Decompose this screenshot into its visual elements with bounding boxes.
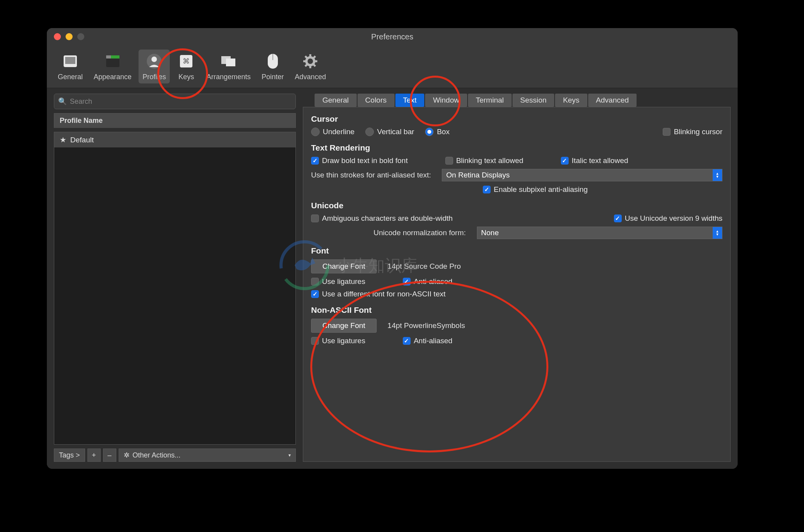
toolbar-label: Appearance: [94, 73, 132, 81]
profiles-sidebar: 🔍 Profile Name ★ Default Tags > + – ✲ Ot…: [54, 94, 296, 462]
tab-advanced[interactable]: Advanced: [588, 94, 637, 107]
profiles-icon: [145, 52, 164, 71]
svg-text:⌘: ⌘: [183, 57, 190, 65]
toolbar-label: Advanced: [295, 73, 326, 81]
unicode-norm-label: Unicode normalization form:: [374, 229, 466, 237]
pointer-icon: [263, 52, 282, 71]
select-arrows-icon: ▲▼: [713, 227, 722, 239]
profile-item-label: Default: [70, 136, 94, 144]
other-actions-dropdown[interactable]: ✲ Other Actions... ▾: [119, 449, 296, 462]
main-panel: General Colors Text Window Terminal Sess…: [303, 94, 731, 462]
keys-icon: ⌘: [177, 52, 196, 71]
toolbar-advanced[interactable]: Advanced: [291, 50, 330, 83]
thin-strokes-select[interactable]: On Retina Displays ▲▼: [442, 169, 722, 181]
cursor-underline-radio[interactable]: Underline: [311, 128, 354, 136]
svg-line-19: [313, 64, 315, 66]
chevron-down-icon: ▾: [288, 452, 291, 458]
non-ascii-anti-aliased-checkbox[interactable]: Anti-aliased: [403, 337, 452, 345]
svg-point-13: [306, 57, 314, 65]
current-non-ascii-font-label: 14pt PowerlineSymbols: [388, 321, 465, 330]
tab-window[interactable]: Window: [425, 94, 467, 107]
profile-item-default[interactable]: ★ Default: [54, 132, 295, 147]
svg-line-21: [305, 64, 307, 66]
different-non-ascii-font-checkbox[interactable]: Use a different font for non-ASCII text: [311, 290, 445, 298]
cursor-box-radio[interactable]: Box: [425, 128, 450, 136]
toolbar-label: Profiles: [142, 73, 166, 81]
profile-list[interactable]: ★ Default: [54, 132, 296, 445]
add-profile-button[interactable]: +: [87, 449, 101, 462]
toolbar-label: Arrangements: [206, 73, 251, 81]
blinking-cursor-checkbox[interactable]: Blinking cursor: [663, 128, 722, 136]
arrangements-icon: [219, 52, 238, 71]
toolbar-keys[interactable]: ⌘ Keys: [173, 50, 199, 83]
tab-general[interactable]: General: [315, 94, 357, 107]
toolbar-appearance[interactable]: Appearance: [90, 50, 135, 83]
tab-terminal[interactable]: Terminal: [468, 94, 512, 107]
unicode-norm-select[interactable]: None ▲▼: [477, 227, 722, 239]
ambiguous-double-width-checkbox[interactable]: Ambiguous characters are double-width: [311, 214, 453, 223]
search-field[interactable]: 🔍: [54, 94, 296, 109]
profile-tabbar: General Colors Text Window Terminal Sess…: [303, 94, 731, 107]
italic-text-checkbox[interactable]: Italic text allowed: [561, 156, 628, 165]
svg-rect-10: [226, 59, 235, 66]
draw-bold-checkbox[interactable]: Draw bold text in bold font: [311, 156, 408, 165]
sidebar-footer: Tags > + – ✲ Other Actions... ▾: [54, 449, 296, 462]
toolbar-profiles[interactable]: Profiles: [139, 50, 170, 83]
toolbar-general[interactable]: General: [54, 50, 87, 83]
cursor-section-title: Cursor: [311, 114, 722, 124]
star-icon: ★: [60, 135, 66, 144]
gear-icon: ✲: [124, 451, 130, 459]
preferences-toolbar: General Appearance Profiles ⌘ Keys Arran…: [47, 45, 738, 88]
preferences-window: Preferences General Appearance Profiles …: [47, 28, 738, 469]
general-icon: [61, 52, 80, 71]
non-ascii-ligatures-checkbox[interactable]: Use ligatures: [311, 337, 365, 345]
window-title: Preferences: [47, 32, 738, 41]
svg-line-20: [313, 56, 315, 58]
cursor-vertical-bar-radio[interactable]: Vertical bar: [365, 128, 414, 136]
toolbar-arrangements[interactable]: Arrangements: [203, 50, 254, 83]
toolbar-label: Pointer: [261, 73, 284, 81]
non-ascii-font-section-title: Non-ASCII Font: [311, 305, 722, 315]
current-font-label: 14pt Source Code Pro: [388, 262, 461, 271]
toolbar-label: Keys: [178, 73, 194, 81]
unicode-section-title: Unicode: [311, 201, 722, 210]
change-font-button[interactable]: Change Font: [311, 259, 377, 273]
svg-rect-1: [65, 57, 75, 64]
titlebar: Preferences: [47, 28, 738, 45]
search-icon: 🔍: [58, 97, 67, 106]
tags-button[interactable]: Tags >: [54, 449, 85, 462]
text-rendering-section-title: Text Rendering: [311, 143, 722, 153]
unicode-v9-checkbox[interactable]: Use Unicode version 9 widths: [614, 214, 722, 223]
appearance-icon: [103, 52, 122, 71]
search-input[interactable]: [70, 98, 292, 106]
profile-list-header: Profile Name: [54, 113, 296, 128]
tab-text[interactable]: Text: [395, 94, 425, 107]
select-arrows-icon: ▲▼: [713, 169, 722, 181]
blinking-text-checkbox[interactable]: Blinking text allowed: [445, 156, 523, 165]
gear-icon: [301, 52, 320, 71]
toolbar-pointer[interactable]: Pointer: [258, 50, 288, 83]
tab-keys[interactable]: Keys: [555, 94, 587, 107]
ligatures-checkbox[interactable]: Use ligatures: [311, 277, 365, 286]
toolbar-label: General: [58, 73, 83, 81]
remove-profile-button[interactable]: –: [103, 449, 116, 462]
change-non-ascii-font-button[interactable]: Change Font: [311, 319, 377, 333]
font-section-title: Font: [311, 246, 722, 255]
tab-session[interactable]: Session: [512, 94, 555, 107]
text-settings-content: Cursor Underline Vertical bar Box Blinki…: [303, 107, 731, 462]
anti-aliased-checkbox[interactable]: Anti-aliased: [403, 277, 452, 286]
svg-line-18: [305, 56, 307, 58]
subpixel-aa-checkbox[interactable]: Enable subpixel anti-aliasing: [483, 185, 588, 194]
tab-colors[interactable]: Colors: [358, 94, 395, 107]
body: 🔍 Profile Name ★ Default Tags > + – ✲ Ot…: [47, 88, 738, 469]
svg-rect-4: [106, 55, 111, 59]
svg-point-6: [151, 57, 157, 62]
thin-strokes-label: Use thin strokes for anti-aliased text:: [311, 171, 431, 179]
